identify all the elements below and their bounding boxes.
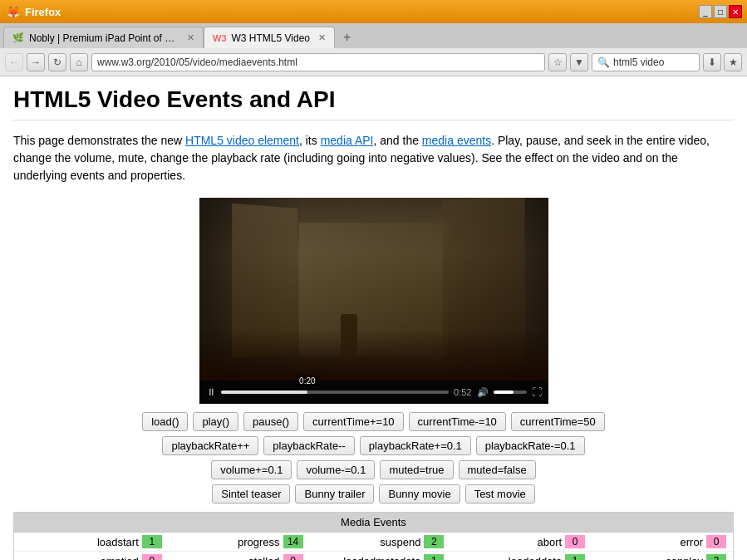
time-display: 0:52: [454, 387, 471, 397]
tab-nobly-label: Nobly | Premium iPad Point of Sale: [29, 32, 179, 44]
event-emptied-count: 0: [142, 554, 162, 560]
link-media-events[interactable]: media events: [422, 134, 491, 147]
link-media-api[interactable]: media API: [321, 134, 374, 147]
volume-bar[interactable]: [494, 391, 527, 394]
button-row-3: volume+=0.1 volume-=0.1 muted=true muted…: [211, 460, 535, 479]
btn-load[interactable]: load(): [142, 412, 188, 431]
btn-test-movie[interactable]: Test movie: [465, 484, 535, 504]
event-error-count: 0: [706, 535, 726, 548]
btn-currenttime-minus10[interactable]: currentTime-=10: [409, 412, 506, 431]
back-button[interactable]: ←: [5, 53, 23, 71]
events-row-2: emptied 0 stalled 0 loadedmetadata 1 loa…: [14, 552, 733, 560]
volume-fill: [494, 391, 514, 394]
event-stalled: stalled 0: [162, 554, 303, 560]
page-content: HTML5 Video Events and API This page dem…: [0, 76, 747, 560]
tab-nobly-close[interactable]: ✕: [187, 32, 194, 43]
volume-icon[interactable]: 🔊: [477, 387, 489, 398]
video-player[interactable]: ⏸ 0:20 0:52 🔊 ⛶: [199, 198, 548, 404]
button-row-2: playbackRate++ playbackRate-- playbackRa…: [162, 436, 584, 455]
event-suspend: suspend 2: [303, 535, 445, 548]
search-text: html5 video: [613, 56, 664, 68]
btn-muted-false[interactable]: muted=false: [459, 460, 536, 479]
event-loadstart: loadstart 1: [21, 535, 162, 548]
downloads-button[interactable]: ⬇: [703, 53, 721, 71]
new-tab-button[interactable]: +: [335, 27, 359, 48]
tab-nobly-favicon: 🌿: [12, 32, 24, 43]
fullscreen-button[interactable]: ⛶: [532, 386, 542, 398]
btn-playbackrate-m01[interactable]: playbackRate-=0.1: [476, 436, 585, 455]
event-abort-count: 0: [565, 535, 585, 548]
tab-nobly[interactable]: 🌿 Nobly | Premium iPad Point of Sale ✕: [3, 27, 204, 48]
tab-w3-label: W3 HTML5 Video: [232, 32, 310, 44]
search-bar[interactable]: 🔍 html5 video: [592, 53, 700, 71]
bookmark-star[interactable]: ☆: [548, 53, 567, 71]
video-scene: [199, 198, 548, 381]
event-loadedmetadata: loadedmetadata 1: [303, 554, 445, 560]
btn-play[interactable]: play(): [193, 412, 238, 431]
play-pause-button[interactable]: ⏸: [206, 386, 216, 398]
close-button[interactable]: ✕: [729, 5, 742, 18]
event-emptied-label: emptied: [101, 555, 139, 561]
btn-pause[interactable]: pause(): [243, 412, 298, 431]
time-bubble: 0:20: [296, 376, 318, 386]
search-icon: 🔍: [597, 56, 610, 68]
url-text: www.w3.org/2010/05/video/mediaevents.htm…: [97, 56, 297, 68]
minimize-button[interactable]: _: [699, 5, 712, 18]
event-loadeddata: loadeddata 1: [444, 554, 585, 560]
nav-bar: ← → ↻ ⌂ www.w3.org/2010/05/video/mediaev…: [0, 48, 747, 76]
browser-title: Firefox: [25, 6, 61, 18]
btn-currenttime-plus10[interactable]: currentTime+=10: [303, 412, 404, 431]
page-title: HTML5 Video Events and API: [13, 86, 734, 120]
page-intro: This page demonstrates the new HTML5 vid…: [13, 132, 734, 184]
btn-bunny-trailer[interactable]: Bunny trailer: [295, 484, 374, 504]
button-row-1: load() play() pause() currentTime+=10 cu…: [142, 412, 605, 431]
event-canplay-label: canplay: [666, 555, 703, 561]
tab-w3[interactable]: W3 W3 HTML5 Video ✕: [204, 27, 335, 48]
btn-sintel-teaser[interactable]: Sintel teaser: [212, 484, 290, 504]
url-bar[interactable]: www.w3.org/2010/05/video/mediaevents.htm…: [91, 53, 545, 71]
video-container: ⏸ 0:20 0:52 🔊 ⛶: [13, 198, 734, 404]
btn-currenttime-50[interactable]: currentTime=50: [511, 412, 605, 431]
btn-bunny-movie[interactable]: Bunny movie: [379, 484, 460, 504]
progress-fill: [221, 391, 307, 394]
tab-bar: 🌿 Nobly | Premium iPad Point of Sale ✕ W…: [0, 23, 747, 48]
nav-extra-icons: ⬇ ★: [703, 53, 742, 71]
event-loadeddata-label: loadeddata: [509, 555, 562, 561]
progress-bar[interactable]: 0:20: [221, 391, 450, 394]
event-suspend-count: 2: [424, 535, 444, 548]
event-abort-label: abort: [538, 536, 563, 548]
event-loadedmetadata-label: loadedmetadata: [343, 555, 420, 561]
tab-w3-favicon: W3: [213, 33, 227, 43]
button-row-4: Sintel teaser Bunny trailer Bunny movie …: [212, 484, 535, 504]
home-button[interactable]: ⌂: [70, 53, 88, 71]
btn-playbackrate-pp[interactable]: playbackRate++: [162, 436, 258, 455]
btn-volume-m01[interactable]: volume-=0.1: [297, 460, 375, 479]
event-stalled-count: 0: [283, 554, 303, 560]
firefox-icon: 🦊: [7, 6, 20, 18]
btn-muted-true[interactable]: muted=true: [380, 460, 453, 479]
media-events-table: Media Events loadstart 1 progress 14 sus…: [13, 512, 734, 560]
refresh-button[interactable]: ↻: [48, 53, 66, 71]
event-abort: abort 0: [444, 535, 585, 548]
api-buttons-section: load() play() pause() currentTime+=10 cu…: [13, 412, 734, 504]
event-progress-label: progress: [238, 536, 280, 548]
event-loadedmetadata-count: 1: [424, 554, 444, 560]
bookmark-star2[interactable]: ▼: [570, 53, 588, 71]
event-progress: progress 14: [162, 535, 303, 548]
event-emptied: emptied 0: [21, 554, 162, 560]
event-error: error 0: [585, 535, 726, 548]
event-stalled-label: stalled: [248, 555, 280, 561]
btn-playbackrate-p01[interactable]: playbackRate+=0.1: [360, 436, 471, 455]
link-html5-video[interactable]: HTML5 video element: [185, 134, 299, 147]
event-suspend-label: suspend: [380, 536, 420, 548]
tab-w3-close[interactable]: ✕: [318, 32, 326, 43]
video-screen[interactable]: [199, 198, 548, 381]
btn-volume-p01[interactable]: volume+=0.1: [211, 460, 292, 479]
forward-button[interactable]: →: [27, 53, 45, 71]
event-loadstart-count: 1: [142, 535, 162, 548]
event-progress-count: 14: [283, 535, 303, 548]
addon-button[interactable]: ★: [724, 53, 742, 71]
maximize-button[interactable]: □: [714, 5, 727, 18]
btn-playbackrate-mm[interactable]: playbackRate--: [263, 436, 354, 455]
video-controls[interactable]: ⏸ 0:20 0:52 🔊 ⛶: [199, 381, 548, 404]
